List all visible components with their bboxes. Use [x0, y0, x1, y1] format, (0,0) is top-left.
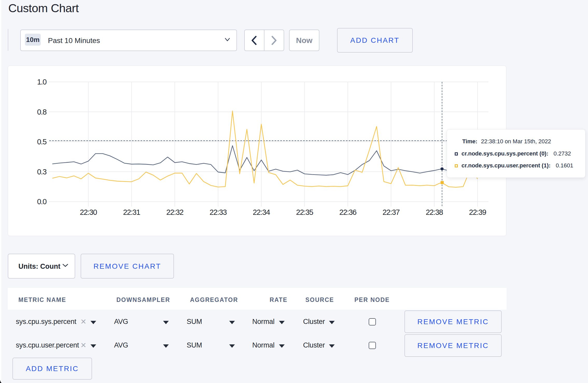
svg-text:22:31: 22:31	[123, 208, 140, 216]
svg-text:0.0: 0.0	[37, 197, 46, 206]
svg-text:22:33: 22:33	[209, 208, 227, 216]
svg-text:22:39: 22:39	[469, 208, 486, 216]
svg-text:0.3: 0.3	[37, 168, 46, 176]
svg-text:1.0: 1.0	[37, 78, 46, 86]
svg-text:22:30: 22:30	[80, 208, 97, 216]
svg-text:22:36: 22:36	[339, 208, 356, 216]
svg-text:22:32: 22:32	[166, 208, 184, 216]
svg-text:22:38: 22:38	[426, 208, 443, 216]
svg-text:0.5: 0.5	[37, 138, 46, 146]
svg-text:0.8: 0.8	[37, 108, 46, 116]
svg-text:22:34: 22:34	[253, 208, 270, 216]
svg-text:22:37: 22:37	[383, 208, 400, 216]
svg-text:22:35: 22:35	[296, 208, 313, 216]
